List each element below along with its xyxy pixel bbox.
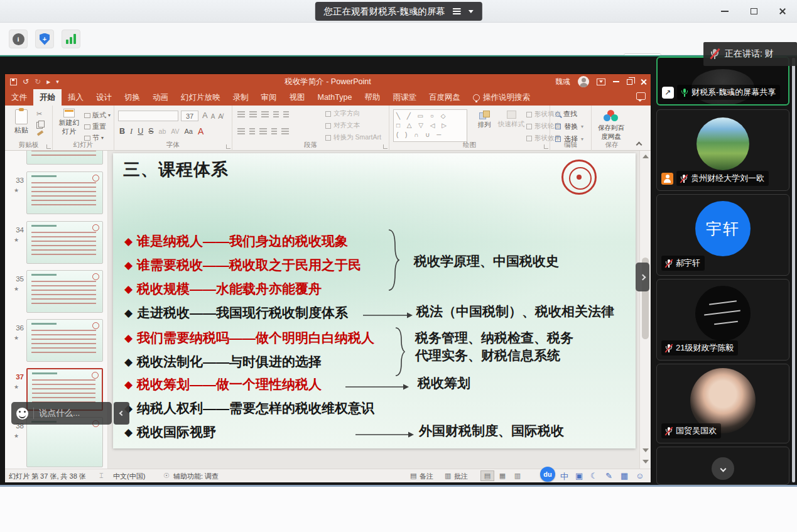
video-tile-participant[interactable]: 国贸吴国欢	[656, 364, 789, 443]
font-size-input[interactable]: 37	[181, 111, 198, 121]
cut-icon[interactable]	[36, 111, 44, 119]
tab-tellme[interactable]: 操作说明搜索	[467, 89, 536, 106]
ime-handwriting-icon[interactable]: ✎	[605, 471, 612, 480]
find-button[interactable]: 查找	[555, 109, 583, 119]
previous-slide-icon[interactable]	[642, 448, 649, 452]
video-tile-participant[interactable]: 宇轩 郝宇轩	[656, 194, 789, 276]
meeting-info-button[interactable]: i	[9, 30, 28, 48]
tab-design[interactable]: 设计	[90, 89, 118, 106]
ppt-close-button[interactable]	[640, 79, 647, 85]
replace-button[interactable]: 替换▾	[555, 122, 583, 131]
hamburger-menu-icon[interactable]	[453, 8, 461, 14]
thumbnail-slide-38[interactable]	[26, 417, 103, 467]
close-button[interactable]	[776, 4, 789, 18]
baidu-ime-badge[interactable]: du	[540, 467, 555, 482]
maximize-button[interactable]	[747, 4, 761, 18]
scroll-up-icon[interactable]	[642, 155, 649, 158]
reset-button[interactable]: 重置	[84, 122, 106, 131]
tab-slideshow[interactable]: 幻灯片放映	[175, 89, 227, 106]
user-avatar[interactable]	[578, 76, 589, 87]
tab-mathtype[interactable]: MathType	[312, 89, 359, 106]
tab-baidu-netdisk[interactable]: 百度网盘	[423, 89, 467, 106]
ppt-restore-button[interactable]	[627, 79, 632, 85]
scroll-participants-button[interactable]	[712, 457, 734, 480]
tab-help[interactable]: 帮助	[358, 89, 386, 106]
thumbnail-slide-35[interactable]	[26, 270, 103, 313]
sidebar-scrollbar[interactable]	[792, 58, 795, 482]
thumbnail-slide-34[interactable]	[26, 221, 103, 264]
char-spacing-button[interactable]: AV	[171, 128, 179, 135]
comments-icon[interactable]	[636, 92, 646, 100]
slide-canvas[interactable]: 三、课程体系 ◆谁是纳税人——我们身边的税收现象 ◆谁需要税收——税收取之于民用…	[113, 153, 636, 448]
ime-night-mode-icon[interactable]: ☾	[590, 471, 598, 480]
align-text-button[interactable]: 对齐文本	[325, 121, 381, 130]
paragraph-dialog-launcher[interactable]	[383, 144, 388, 149]
normal-view-button[interactable]: ▤	[480, 470, 494, 481]
drawing-dialog-launcher[interactable]	[544, 144, 548, 149]
thumbnail-slide-32-partial[interactable]	[26, 151, 103, 165]
arrange-button[interactable]: 排列	[472, 111, 496, 129]
tab-home[interactable]: 开始	[33, 89, 62, 106]
layout-button[interactable]: 版式▾	[84, 111, 111, 120]
thumbnail-slide-33[interactable]	[26, 171, 103, 214]
text-direction-button[interactable]: 文字方向	[325, 109, 381, 118]
change-case-button[interactable]: Aa	[185, 128, 193, 135]
emoji-smiley-icon[interactable]	[16, 408, 28, 420]
ime-chinese-mode-icon[interactable]: 中	[560, 471, 568, 482]
strikethrough-button[interactable]: S	[148, 127, 153, 136]
chat-quick-input[interactable]: 说点什么...	[11, 402, 112, 425]
bold-button[interactable]: B	[119, 127, 125, 136]
underline-button[interactable]: U	[138, 127, 143, 136]
clipboard-dialog-launcher[interactable]	[46, 144, 51, 149]
font-name-input[interactable]	[118, 111, 178, 121]
save-icon[interactable]	[10, 79, 17, 85]
ribbon-display-options-icon[interactable]	[597, 79, 605, 85]
shadow-button[interactable]: ab	[159, 128, 166, 135]
slideshow-icon[interactable]: ▸	[46, 78, 50, 85]
slide-sorter-view-button[interactable]: ▦	[496, 470, 509, 481]
sidebar-collapse-toggle[interactable]	[636, 263, 649, 291]
network-quality-button[interactable]	[62, 30, 80, 48]
accessibility-status[interactable]: 辅助功能: 调查	[173, 472, 219, 481]
tab-transitions[interactable]: 切换	[118, 89, 146, 106]
notes-button[interactable]: 备注	[420, 472, 433, 481]
video-tile-participant[interactable]: 贵州财经大学刘一欧	[656, 109, 789, 191]
font-size-buttons[interactable]: AAA̸	[202, 111, 223, 120]
ime-halfwidth-icon[interactable]: ▣	[575, 471, 583, 480]
tab-view[interactable]: 视图	[283, 89, 312, 106]
chevron-down-icon[interactable]	[469, 10, 474, 13]
reading-view-button[interactable]: ▥	[511, 470, 524, 481]
save-to-baidu-button[interactable]: 保存到百度网盘	[595, 110, 627, 141]
security-shield-button[interactable]: +	[35, 30, 54, 48]
undo-icon[interactable]: ↺	[23, 78, 29, 85]
tab-record[interactable]: 录制	[227, 89, 255, 106]
italic-button[interactable]: I	[130, 127, 133, 136]
tab-animations[interactable]: 动画	[146, 89, 175, 106]
thumbnail-slide-36[interactable]	[26, 319, 103, 362]
copy-icon[interactable]	[36, 121, 44, 128]
quick-styles-button[interactable]: 快速样式	[497, 111, 525, 129]
paste-button[interactable]: 粘贴	[10, 109, 33, 135]
shapes-gallery[interactable]: ╲ ╱ ▭ ○ ◇ □ △ ▽ ◁ ▷ ( ) ∩ ∪ ─	[393, 109, 467, 142]
next-slide-icon[interactable]	[642, 460, 649, 464]
chat-collapse-button[interactable]	[114, 402, 129, 425]
slide-scrollbar[interactable]	[639, 151, 651, 469]
video-tile-participant[interactable]: 21级财政学陈毅	[656, 279, 789, 361]
new-slide-button[interactable]: 新建幻灯片	[57, 109, 82, 136]
format-painter-icon[interactable]	[36, 130, 44, 138]
tab-yuketang[interactable]: 雨课堂	[386, 89, 423, 106]
font-dialog-launcher[interactable]	[226, 144, 230, 149]
qat-customize-caret-icon[interactable]: ▾	[56, 79, 59, 85]
collapse-ribbon-button[interactable]	[637, 141, 643, 147]
minimize-button[interactable]	[718, 4, 732, 18]
font-color-button[interactable]: A	[198, 126, 203, 136]
list-indent-icons[interactable]	[237, 111, 293, 112]
ime-emoji-icon[interactable]: ☺	[636, 471, 644, 480]
redo-icon[interactable]: ↻	[35, 78, 41, 85]
tab-insert[interactable]: 插入	[62, 89, 90, 106]
comments-button[interactable]: 批注	[454, 472, 468, 481]
alignment-icons[interactable]	[237, 128, 293, 129]
language-status[interactable]: 中文(中国)	[113, 472, 145, 481]
tab-review[interactable]: 审阅	[255, 89, 283, 106]
ppt-minimize-button[interactable]	[613, 81, 619, 82]
